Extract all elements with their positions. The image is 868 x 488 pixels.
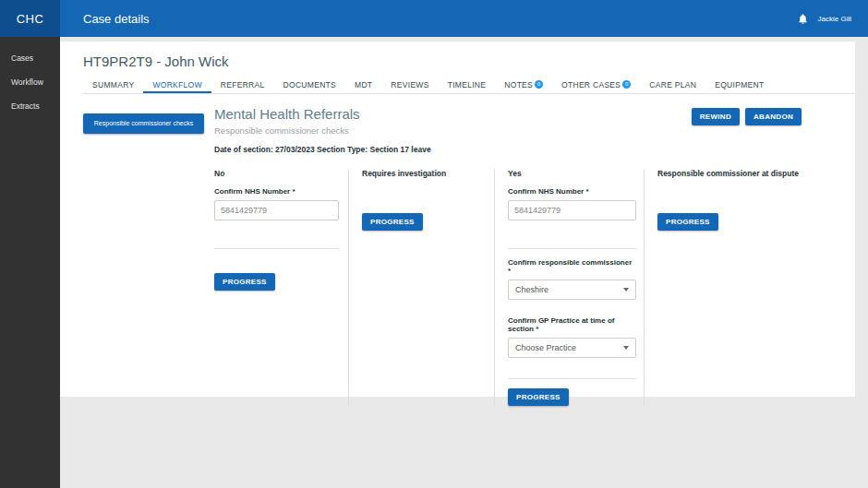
workflow-step-button[interactable]: Responsible commissioner checks bbox=[83, 113, 204, 134]
tab-label: EQUIPMENT bbox=[715, 80, 764, 89]
column-no: No Confirm NHS Number * PROGRESS bbox=[214, 169, 348, 406]
sidebar: Cases Workflow Extracts bbox=[0, 37, 60, 488]
page-header-title: Case details bbox=[83, 12, 150, 26]
tab-mdt[interactable]: MDT bbox=[345, 77, 381, 93]
column-title: Requires investigation bbox=[362, 169, 494, 178]
nhs-number-label: Confirm NHS Number * bbox=[214, 187, 339, 196]
nhs-number-input-yes[interactable] bbox=[508, 200, 636, 220]
notes-count-badge: 0 bbox=[535, 80, 543, 89]
notifications-bell-icon[interactable] bbox=[797, 13, 809, 25]
case-details-card: HT9PR2T9 - John Wick SUMMARY WORKFLOW RE… bbox=[60, 42, 855, 397]
nhs-number-label: Confirm NHS Number * bbox=[508, 187, 636, 196]
decision-columns: No Confirm NHS Number * PROGRESS Require… bbox=[214, 169, 802, 406]
other-cases-count-badge: 0 bbox=[622, 80, 631, 89]
divider bbox=[214, 248, 339, 249]
gp-practice-label: Confirm GP Practice at time of section * bbox=[508, 316, 636, 333]
top-bar: CHC Case details Jackie Gill bbox=[0, 0, 868, 37]
tab-label: WORKFLOW bbox=[152, 80, 201, 89]
tab-label: CARE PLAN bbox=[649, 80, 696, 89]
tab-label: REVIEWS bbox=[391, 80, 428, 89]
tab-timeline[interactable]: TIMELINE bbox=[439, 77, 496, 93]
tab-label: TIMELINE bbox=[448, 80, 487, 89]
sidebar-item-workflow[interactable]: Workflow bbox=[0, 70, 60, 94]
progress-button-dispute[interactable]: PROGRESS bbox=[657, 213, 718, 231]
chevron-down-icon bbox=[623, 288, 629, 292]
progress-button-yes[interactable]: PROGRESS bbox=[508, 388, 569, 406]
topbar-right: Jackie Gill bbox=[797, 13, 868, 25]
tab-workflow[interactable]: WORKFLOW bbox=[143, 77, 211, 93]
commissioner-label: Confirm responsible commissioner * bbox=[508, 258, 636, 275]
tab-label: MDT bbox=[355, 80, 372, 89]
tab-label: NOTES bbox=[504, 80, 533, 89]
chevron-down-icon bbox=[623, 346, 629, 350]
sidebar-item-cases[interactable]: Cases bbox=[0, 46, 60, 70]
commissioner-selected-value: Cheshire bbox=[515, 285, 549, 294]
divider bbox=[508, 378, 636, 379]
column-title: No bbox=[214, 169, 339, 178]
tab-care-plan[interactable]: CARE PLAN bbox=[640, 77, 705, 93]
tab-documents[interactable]: DOCUMENTS bbox=[274, 77, 345, 93]
progress-button-investigation[interactable]: PROGRESS bbox=[362, 213, 423, 231]
gp-practice-select[interactable]: Choose Practice bbox=[508, 338, 636, 358]
abandon-button[interactable]: ABANDON bbox=[745, 108, 802, 125]
workflow-content: Responsible commissioner checks Mental H… bbox=[60, 94, 855, 397]
column-title: Responsible commissioner at dispute bbox=[657, 169, 802, 178]
column-title: Yes bbox=[508, 169, 636, 178]
progress-button-no[interactable]: PROGRESS bbox=[214, 273, 275, 291]
tab-label: OTHER CASES bbox=[561, 80, 621, 89]
tab-label: DOCUMENTS bbox=[283, 80, 336, 89]
tab-equipment[interactable]: EQUIPMENT bbox=[705, 77, 773, 93]
gp-practice-selected-value: Choose Practice bbox=[515, 343, 576, 352]
workflow-subheading: Responsible commissioner checks bbox=[214, 125, 802, 136]
app-logo[interactable]: CHC bbox=[0, 0, 60, 37]
tab-label: REFERRAL bbox=[221, 80, 265, 89]
divider bbox=[508, 248, 636, 249]
commissioner-select[interactable]: Cheshire bbox=[508, 280, 636, 300]
user-menu[interactable]: Jackie Gill bbox=[818, 15, 851, 23]
workflow-panel: Mental Health Referrals Responsible comm… bbox=[214, 106, 802, 406]
column-requires-investigation: Requires investigation PROGRESS bbox=[348, 169, 494, 406]
case-title: HT9PR2T9 - John Wick bbox=[83, 54, 229, 69]
column-yes: Yes Confirm NHS Number * Confirm respons… bbox=[494, 169, 644, 406]
tab-referral[interactable]: REFERRAL bbox=[211, 77, 274, 93]
sidebar-item-extracts[interactable]: Extracts bbox=[0, 94, 60, 118]
rewind-button[interactable]: REWIND bbox=[692, 108, 740, 125]
tab-reviews[interactable]: REVIEWS bbox=[381, 77, 438, 93]
tab-summary[interactable]: SUMMARY bbox=[83, 77, 143, 93]
case-tabs: SUMMARY WORKFLOW REFERRAL DOCUMENTS MDT … bbox=[83, 77, 855, 94]
nhs-number-input[interactable] bbox=[214, 200, 339, 220]
tab-label: SUMMARY bbox=[92, 80, 134, 89]
column-dispute: Responsible commissioner at dispute PROG… bbox=[644, 169, 802, 406]
section-info: Date of section: 27/03/2023 Section Type… bbox=[214, 145, 802, 154]
tab-other-cases[interactable]: OTHER CASES0 bbox=[552, 77, 640, 93]
workflow-actions: REWIND ABANDON bbox=[692, 108, 802, 125]
tab-notes[interactable]: NOTES0 bbox=[495, 77, 552, 93]
